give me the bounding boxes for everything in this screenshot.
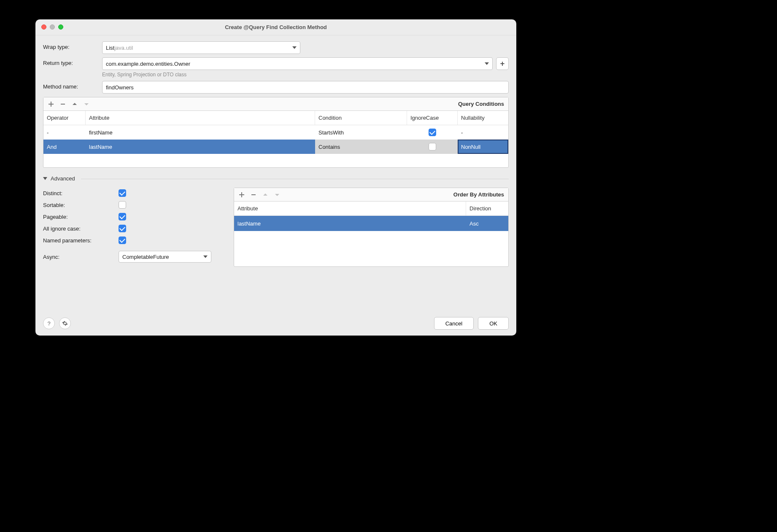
checkbox-icon[interactable] <box>429 129 436 136</box>
cell-ignorecase[interactable] <box>407 140 458 154</box>
col-operator: Operator <box>43 111 86 125</box>
query-conditions-title: Query Conditions <box>458 101 504 107</box>
close-icon[interactable] <box>41 24 46 30</box>
settings-button[interactable] <box>59 317 71 329</box>
cell-attribute: lastName <box>234 216 466 231</box>
dialog-window: Create @Query Find Collection Method Wra… <box>35 19 516 336</box>
return-type-value: com.example.demo.entities.Owner <box>106 61 190 67</box>
col-condition: Condition <box>315 111 407 125</box>
order-by-header: Attribute Direction <box>234 202 508 216</box>
advanced-options: Distinct: Sortable: Pageable: All ignore… <box>43 188 229 267</box>
gear-icon <box>62 320 68 326</box>
col-direction: Direction <box>466 202 508 215</box>
cancel-button[interactable]: Cancel <box>434 317 474 330</box>
move-down-icon[interactable] <box>83 101 90 107</box>
cell-attribute: firstName <box>86 125 315 140</box>
cell-attribute: lastName <box>86 140 315 154</box>
cell-nullability: - <box>458 125 508 140</box>
distinct-label: Distinct: <box>43 190 113 196</box>
add-icon[interactable] <box>238 191 245 198</box>
wrap-type-package: java.util <box>114 45 133 51</box>
named-parameters-checkbox[interactable] <box>119 236 126 244</box>
query-conditions-toolbar: Query Conditions <box>43 97 508 111</box>
dialog-footer: ? Cancel OK <box>35 313 516 336</box>
cell-condition: Contains <box>315 140 407 154</box>
sortable-checkbox[interactable] <box>119 201 126 209</box>
dialog-content: Wrap type: List java.util Return type: c… <box>35 35 516 313</box>
window-title: Create @Query Find Collection Method <box>225 24 327 30</box>
cell-nullability[interactable]: NonNull <box>458 140 508 154</box>
cell-direction: Asc <box>466 216 508 231</box>
order-by-panel: Order By Attributes Attribute Direction … <box>234 188 509 267</box>
async-label: Async: <box>43 254 113 260</box>
window-controls <box>41 24 63 30</box>
all-ignore-case-checkbox[interactable] <box>119 225 126 232</box>
cell-operator: And <box>43 140 86 154</box>
col-attribute: Attribute <box>86 111 315 125</box>
table-row[interactable]: lastName Asc <box>234 216 508 231</box>
query-conditions-body: - firstName StartsWith - And lastName Co… <box>43 125 508 167</box>
cell-condition: StartsWith <box>315 125 407 140</box>
checkbox-icon[interactable] <box>429 143 436 150</box>
query-conditions-panel: Query Conditions Operator Attribute Cond… <box>43 97 509 168</box>
table-row[interactable]: And lastName Contains NonNull <box>43 140 508 154</box>
query-conditions-header: Operator Attribute Condition IgnoreCase … <box>43 111 508 125</box>
order-by-toolbar: Order By Attributes <box>234 188 508 202</box>
async-value: CompletableFuture <box>122 254 169 260</box>
cell-ignorecase[interactable] <box>407 125 458 140</box>
ok-button[interactable]: OK <box>478 317 509 330</box>
disclosure-triangle-icon <box>43 177 47 180</box>
return-type-help: Entity, Spring Projection or DTO class <box>102 72 509 78</box>
wrap-type-label: Wrap type: <box>43 41 98 50</box>
method-name-label: Method name: <box>43 81 98 90</box>
pageable-label: Pageable: <box>43 214 113 220</box>
titlebar: Create @Query Find Collection Method <box>35 19 516 35</box>
method-name-value: findOwners <box>106 84 134 91</box>
remove-icon[interactable] <box>59 101 66 107</box>
zoom-icon[interactable] <box>58 24 63 30</box>
return-type-combo[interactable]: com.example.demo.entities.Owner <box>102 57 493 70</box>
col-ignorecase: IgnoreCase <box>407 111 458 125</box>
minimize-icon <box>50 24 55 30</box>
chevron-down-icon <box>485 62 489 65</box>
advanced-section-header[interactable]: Advanced <box>43 175 509 182</box>
chevron-down-icon <box>292 46 297 49</box>
cell-operator: - <box>43 125 86 140</box>
distinct-checkbox[interactable] <box>119 189 126 197</box>
help-button[interactable]: ? <box>43 317 55 329</box>
async-combo[interactable]: CompletableFuture <box>119 251 211 263</box>
move-up-icon[interactable] <box>71 101 78 107</box>
order-by-body: lastName Asc <box>234 216 508 266</box>
return-type-label: Return type: <box>43 57 98 66</box>
named-parameters-label: Named parameters: <box>43 237 113 244</box>
chevron-down-icon <box>203 255 208 258</box>
pageable-checkbox[interactable] <box>119 213 126 220</box>
move-up-icon <box>262 191 269 198</box>
order-by-title: Order By Attributes <box>453 191 504 198</box>
move-down-icon <box>274 191 281 198</box>
col-attribute: Attribute <box>234 202 466 215</box>
add-return-type-button[interactable]: + <box>496 57 509 70</box>
add-icon[interactable] <box>48 101 54 107</box>
all-ignore-case-label: All ignore case: <box>43 226 113 232</box>
wrap-type-value: List <box>106 45 114 51</box>
remove-icon[interactable] <box>250 191 257 198</box>
table-row[interactable]: - firstName StartsWith - <box>43 125 508 140</box>
method-name-input[interactable]: findOwners <box>102 81 509 94</box>
sortable-label: Sortable: <box>43 202 113 208</box>
wrap-type-combo[interactable]: List java.util <box>102 41 300 54</box>
col-nullability: Nullability <box>458 111 508 125</box>
advanced-label: Advanced <box>51 175 75 182</box>
